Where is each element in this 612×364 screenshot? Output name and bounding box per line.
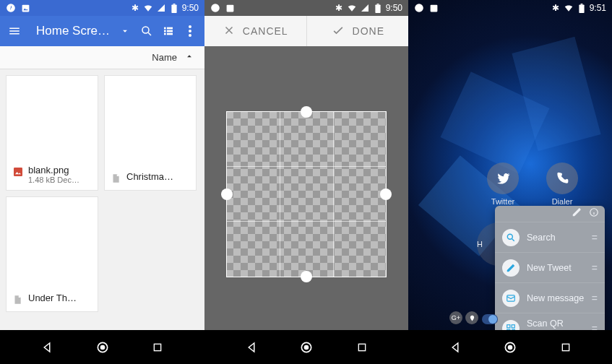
cancel-button[interactable]: CANCEL	[204, 16, 307, 46]
app-twitter[interactable]: Twitter	[480, 162, 525, 206]
nav-bar	[408, 330, 612, 364]
drag-handle-icon: =	[592, 292, 598, 304]
svg-rect-19	[226, 4, 233, 12]
grid-line	[227, 166, 386, 167]
compass-icon	[6, 3, 16, 13]
file-name: Under Th…	[28, 292, 77, 303]
nav-bar	[0, 330, 204, 364]
crop-handle-bottom[interactable]	[301, 271, 312, 282]
file-meta: 1.48 kB Dec…	[28, 176, 79, 184]
svg-rect-26	[430, 4, 437, 12]
toolbar-title[interactable]: Home Scre…	[36, 24, 111, 38]
done-button[interactable]: DONE	[307, 16, 409, 46]
svg-rect-3	[173, 4, 175, 4]
nav-back-icon[interactable]	[447, 339, 464, 356]
home-toggle[interactable]	[482, 314, 498, 324]
nav-recents-icon[interactable]	[353, 339, 371, 356]
battery-icon	[577, 3, 587, 13]
svg-rect-7	[164, 30, 166, 32]
info-icon[interactable]	[589, 207, 599, 220]
crop-rect[interactable]	[226, 111, 387, 277]
status-time: 9:50	[386, 3, 402, 13]
folder-label: H	[477, 240, 483, 248]
svg-point-23	[305, 345, 309, 349]
file-card[interactable]: Under Th…	[6, 196, 98, 312]
compose-icon	[502, 259, 520, 277]
menu-icon[interactable]	[7, 24, 22, 38]
nav-back-icon[interactable]	[243, 339, 260, 356]
image-icon	[20, 3, 30, 13]
sort-label: Name	[152, 52, 177, 63]
app-label: Twitter	[480, 197, 525, 206]
svg-rect-32	[507, 324, 510, 327]
battery-icon	[373, 3, 383, 13]
grid-line	[333, 112, 334, 277]
overflow-icon[interactable]	[183, 24, 197, 38]
app-toolbar: Home Scre…	[0, 16, 204, 46]
popup-header	[495, 206, 605, 222]
search-icon	[502, 229, 520, 246]
notification-dots: G+	[449, 311, 478, 324]
search-icon[interactable]	[139, 24, 154, 38]
svg-rect-33	[512, 324, 514, 327]
sort-bar[interactable]: Name	[0, 46, 204, 69]
grid-line	[227, 221, 386, 222]
app-icons: Twitter Dialer	[480, 162, 605, 206]
grid-line	[280, 112, 280, 277]
svg-rect-21	[376, 4, 379, 4]
twitter-icon	[487, 162, 519, 194]
status-time: 9:50	[182, 3, 199, 13]
svg-rect-27	[579, 4, 584, 13]
svg-rect-20	[375, 4, 380, 13]
crop-handle-left[interactable]	[221, 188, 233, 200]
nav-recents-icon[interactable]	[149, 339, 166, 356]
popup-item-new-tweet[interactable]: New Tweet =	[495, 252, 605, 282]
svg-point-18	[211, 4, 220, 12]
wifi-icon	[143, 3, 153, 13]
app-label: Dialer	[540, 197, 585, 206]
view-list-icon[interactable]	[161, 24, 176, 38]
nav-home-icon[interactable]	[501, 339, 519, 356]
svg-point-30	[507, 234, 512, 239]
svg-rect-8	[167, 30, 173, 32]
generic-file-icon	[111, 173, 122, 184]
file-card[interactable]: blank.png 1.48 kB Dec…	[6, 75, 98, 191]
svg-rect-24	[358, 344, 365, 350]
svg-rect-10	[167, 33, 173, 35]
svg-point-16	[100, 345, 104, 349]
crop-canvas[interactable]	[204, 58, 408, 330]
crop-handle-top[interactable]	[301, 106, 312, 118]
generic-file-icon	[12, 294, 24, 306]
app-dialer[interactable]: Dialer	[540, 162, 585, 206]
popup-label: New Tweet	[527, 263, 585, 273]
status-bar: ✱ 9:50	[204, 0, 408, 16]
edit-icon[interactable]	[572, 207, 582, 220]
chevron-down-icon[interactable]	[118, 24, 132, 38]
drag-handle-icon: =	[592, 262, 598, 274]
nav-home-icon[interactable]	[298, 339, 315, 356]
svg-point-25	[415, 4, 423, 12]
svg-rect-2	[171, 4, 176, 13]
nav-home-icon[interactable]	[94, 339, 111, 356]
nav-recents-icon[interactable]	[557, 339, 574, 356]
bluetooth-icon: ✱	[130, 3, 140, 13]
file-card[interactable]: Christma…	[104, 75, 197, 191]
svg-rect-1	[22, 4, 29, 12]
gplus-dot[interactable]: G+	[449, 311, 462, 324]
svg-rect-9	[164, 33, 166, 35]
svg-rect-6	[167, 27, 173, 30]
crop-handle-right[interactable]	[380, 188, 392, 200]
popup-item-new-message[interactable]: New message =	[495, 282, 605, 313]
image-file-icon	[12, 166, 24, 178]
popup-item-search[interactable]: Search =	[495, 222, 605, 252]
cancel-label: CANCEL	[243, 25, 288, 37]
signal-icon	[156, 3, 166, 13]
location-dot[interactable]	[465, 311, 478, 324]
popup-label: Search	[527, 233, 585, 243]
status-bar: ✱ 9:50	[0, 0, 204, 16]
svg-rect-37	[562, 344, 569, 350]
svg-rect-5	[164, 27, 166, 30]
svg-point-13	[189, 34, 191, 37]
nav-back-icon[interactable]	[38, 339, 56, 356]
file-grid: blank.png 1.48 kB Dec… Christma… Under T…	[0, 69, 204, 318]
